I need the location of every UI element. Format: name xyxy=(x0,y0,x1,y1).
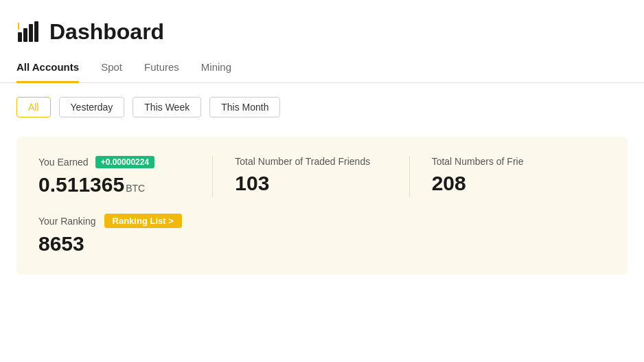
ranking-block: Your Ranking Ranking List > 8653 xyxy=(38,214,606,256)
you-earned-block: You Earned +0.00000224 0.511365BTC xyxy=(38,156,212,197)
btc-unit: BTC xyxy=(126,183,145,194)
tabs-navigation: All Accounts Spot Futures Mining xyxy=(0,56,644,83)
svg-rect-0 xyxy=(18,32,22,42)
you-earned-label-row: You Earned +0.00000224 xyxy=(38,156,196,168)
traded-friends-label: Total Number of Traded Friends xyxy=(235,156,370,167)
tab-spot[interactable]: Spot xyxy=(101,56,122,83)
filter-yesterday[interactable]: Yesterday xyxy=(59,97,125,117)
stats-row-main: You Earned +0.00000224 0.511365BTC Total… xyxy=(38,156,606,197)
ranking-label-row: Your Ranking Ranking List > xyxy=(38,214,606,228)
ranking-label: Your Ranking xyxy=(38,216,96,227)
tab-mining[interactable]: Mining xyxy=(201,56,231,83)
total-friends-label-row: Total Numbers of Frie xyxy=(432,156,589,167)
dashboard-icon xyxy=(16,20,41,45)
tab-all-accounts[interactable]: All Accounts xyxy=(16,56,79,83)
traded-friends-value: 103 xyxy=(235,171,392,196)
filter-this-month[interactable]: This Month xyxy=(209,97,280,117)
traded-friends-label-row: Total Number of Traded Friends xyxy=(235,156,392,167)
divider-2 xyxy=(409,156,410,197)
total-friends-block: Total Numbers of Frie 208 xyxy=(432,156,606,196)
you-earned-value: 0.511365BTC xyxy=(38,172,196,197)
divider-1 xyxy=(212,156,213,197)
page-title: Dashboard xyxy=(49,19,164,45)
filter-bar: All Yesterday This Week This Month xyxy=(0,83,644,131)
total-friends-value: 208 xyxy=(432,171,589,196)
stats-panel: You Earned +0.00000224 0.511365BTC Total… xyxy=(16,137,628,275)
filter-this-week[interactable]: This Week xyxy=(133,97,201,117)
tab-futures[interactable]: Futures xyxy=(144,56,179,83)
ranking-list-link[interactable]: Ranking List > xyxy=(104,214,182,228)
svg-rect-4 xyxy=(18,23,19,30)
ranking-value: 8653 xyxy=(38,232,606,256)
traded-friends-block: Total Number of Traded Friends 103 xyxy=(235,156,409,196)
svg-rect-3 xyxy=(34,21,38,42)
svg-rect-1 xyxy=(23,28,27,42)
page-header: Dashboard xyxy=(0,0,644,56)
total-friends-label: Total Numbers of Frie xyxy=(432,156,524,167)
filter-all[interactable]: All xyxy=(16,97,51,117)
you-earned-badge: +0.00000224 xyxy=(95,156,154,168)
svg-rect-2 xyxy=(29,24,33,42)
you-earned-label: You Earned xyxy=(38,157,89,168)
